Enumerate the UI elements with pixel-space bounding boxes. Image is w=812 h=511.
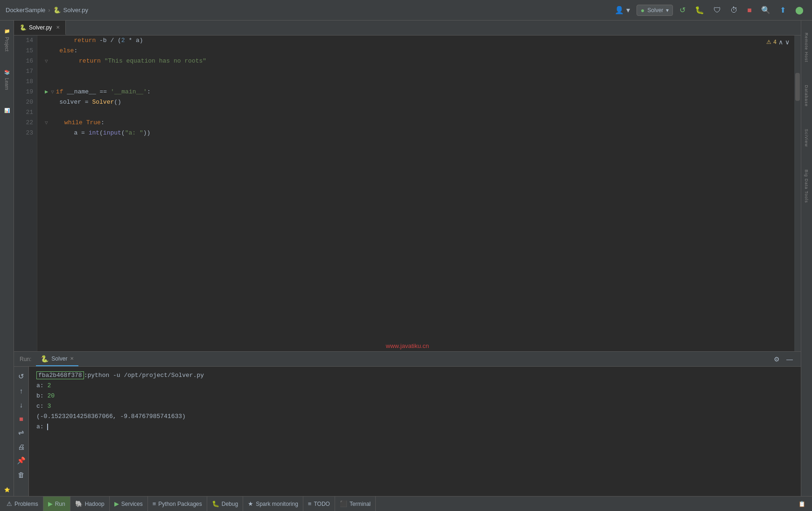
cursor <box>47 424 48 430</box>
profile-run-button[interactable]: ⏱ <box>728 4 741 16</box>
code-editor: ⚠ 4 ∧ ∨ 14 15 16 17 18 19 20 21 22 23 <box>14 35 801 351</box>
spark-label: Spark monitoring <box>256 501 298 507</box>
scroll-up-button[interactable]: ↑ <box>15 384 28 397</box>
run-tab-name: Solver <box>51 355 67 362</box>
tab-close-button[interactable]: ✕ <box>56 25 60 30</box>
output-prompt: a: <box>36 422 793 432</box>
run-tab-solver[interactable]: 🐍 Solver ✕ <box>36 352 78 366</box>
warning-prev-button[interactable]: ∧ <box>778 38 783 46</box>
spark-icon: ★ <box>248 500 253 507</box>
warning-next-button[interactable]: ∨ <box>785 38 790 46</box>
toolbar: DockerSample › 🐍 Solver.py 👤 ▾ ● Solver … <box>0 0 812 21</box>
services-icon: ▶ <box>114 500 119 507</box>
run-config-dropdown-icon: ▾ <box>666 7 669 14</box>
run-config-selector[interactable]: ● Solver ▾ <box>637 5 673 16</box>
run-label: Run: <box>20 356 31 362</box>
debug-button[interactable]: 🐛 <box>692 4 707 16</box>
sidebar-item-learn[interactable]: 📚 Learn <box>3 65 10 93</box>
todo-icon: ≡ <box>308 500 312 507</box>
status-services[interactable]: ▶ Services <box>110 497 148 511</box>
sidebar-item-big-data[interactable]: Big Data Tools <box>803 166 810 207</box>
line-numbers: 14 15 16 17 18 19 20 21 22 23 <box>14 35 37 351</box>
rerun-tool-button[interactable]: ↺ <box>15 370 28 383</box>
coverage-button[interactable]: 🛡 <box>711 4 724 16</box>
tab-file-icon: 🐍 <box>20 24 27 31</box>
run-config-icon: ● <box>641 7 644 14</box>
code-line-19: ▶ ▽ if __name__ == '__main__': <box>45 87 787 97</box>
container-id: fba2b468f378 <box>36 371 84 379</box>
python-packages-label: Python Packages <box>158 501 202 507</box>
file-tab-icon: 🐍 <box>53 7 61 14</box>
misc-button[interactable]: ⬤ <box>792 4 806 16</box>
fold-icon-16[interactable]: ▽ <box>45 56 48 66</box>
status-spark[interactable]: ★ Spark monitoring <box>243 497 303 511</box>
code-area[interactable]: return -b / (2 * a) else: ▽ return "This… <box>37 35 794 351</box>
event-log-icon: 📋 <box>798 501 805 507</box>
output-b: b: 20 <box>36 391 793 401</box>
pin-button[interactable]: 📌 <box>15 454 28 467</box>
status-event-log[interactable]: 📋 <box>794 497 810 511</box>
run-arrow-19[interactable]: ▶ <box>45 87 48 97</box>
status-terminal[interactable]: ⬛ Terminal <box>335 497 376 511</box>
run-config-name: Solver <box>647 7 663 14</box>
search-button[interactable]: 🔍 <box>758 4 773 16</box>
run-minimize-button[interactable]: — <box>784 354 795 364</box>
left-sidebar: 📁 Project 📚 Learn 📊 ⭐ <box>0 21 14 496</box>
main-area: 📁 Project 📚 Learn 📊 ⭐ 🐍 Solver.py ✕ ⚠ <box>0 21 812 496</box>
status-todo[interactable]: ≡ TODO <box>303 497 335 511</box>
code-line-17 <box>45 66 787 77</box>
run-status-label: Run <box>55 501 65 507</box>
run-panel-header: Run: 🐍 Solver ✕ ⚙ — <box>14 352 801 367</box>
code-line-23: a = int(input("a: ")) <box>45 128 787 138</box>
status-python-packages[interactable]: ≡ Python Packages <box>148 497 207 511</box>
run-tab-icon: 🐍 <box>41 355 49 362</box>
fold-icon-19[interactable]: ▽ <box>51 87 54 97</box>
output-command-line: fba2b468f378:python -u /opt/project/Solv… <box>36 370 793 381</box>
rerun-button[interactable]: ↺ <box>677 4 688 16</box>
tab-solver-py[interactable]: 🐍 Solver.py ✕ <box>14 21 66 35</box>
stop-button[interactable]: ■ <box>744 4 755 16</box>
profile-button[interactable]: 👤 ▾ <box>612 4 632 16</box>
code-line-18 <box>45 77 787 87</box>
output-c: c: 3 <box>36 401 793 412</box>
warning-count: 4 <box>773 39 777 45</box>
status-bar: ⚠ Problems ▶ Run 🐘 Hadoop ▶ Services ≡ P… <box>0 496 812 511</box>
breadcrumb-file[interactable]: Solver.py <box>63 7 88 14</box>
project-name[interactable]: DockerSample <box>6 7 45 14</box>
code-line-21 <box>45 107 787 118</box>
status-hadoop[interactable]: 🐘 Hadoop <box>70 497 110 511</box>
run-output-content: fba2b468f378:python -u /opt/project/Solv… <box>29 367 801 496</box>
tab-bar: 🐍 Solver.py ✕ <box>14 21 801 35</box>
sidebar-item-database[interactable]: Database <box>803 81 810 111</box>
right-sidebar: Remote Host Database SciView Big Data To… <box>801 21 812 496</box>
run-icon: ▶ <box>48 500 53 507</box>
update-button[interactable]: ⬆ <box>777 4 789 16</box>
terminal-icon: ⬛ <box>340 500 347 507</box>
breadcrumb: DockerSample › 🐍 Solver.py <box>6 7 88 14</box>
status-debug[interactable]: 🐛 Debug <box>207 497 243 511</box>
todo-label: TODO <box>314 501 329 507</box>
sidebar-item-favorites[interactable]: ⭐ <box>3 483 10 496</box>
sidebar-item-remote-host[interactable]: Remote Host <box>803 29 810 66</box>
scroll-down-button[interactable]: ↓ <box>15 398 28 411</box>
wrap-button[interactable]: ⇌ <box>15 426 28 439</box>
code-line-20: solver = Solver() <box>45 97 787 107</box>
output-result: (-0.15232014258367066, -9.84767985741633… <box>36 412 793 422</box>
editor-scrollbar[interactable] <box>794 35 801 351</box>
sidebar-item-project[interactable]: 📁 Project <box>3 24 10 55</box>
sidebar-item-structure[interactable]: 📊 <box>3 104 10 117</box>
run-settings-button[interactable]: ⚙ <box>771 354 782 364</box>
editor-container: 🐍 Solver.py ✕ ⚠ 4 ∧ ∨ 14 15 16 17 18 <box>14 21 801 496</box>
code-line-14: return -b / (2 * a) <box>45 35 787 46</box>
fold-icon-22[interactable]: ▽ <box>45 118 48 128</box>
status-problems[interactable]: ⚠ Problems <box>2 497 43 511</box>
stop-run-button[interactable]: ■ <box>15 412 28 425</box>
run-toolbar: ↺ ↑ ↓ ■ ⇌ 🖨 📌 🗑 <box>14 367 29 496</box>
status-run[interactable]: ▶ Run <box>43 497 70 511</box>
sidebar-item-sciview[interactable]: SciView <box>803 125 810 151</box>
hadoop-label: Hadoop <box>85 501 105 507</box>
terminal-label: Terminal <box>350 501 371 507</box>
delete-button[interactable]: 🗑 <box>15 468 28 481</box>
print-button[interactable]: 🖨 <box>15 440 28 453</box>
run-tab-close[interactable]: ✕ <box>70 356 74 361</box>
